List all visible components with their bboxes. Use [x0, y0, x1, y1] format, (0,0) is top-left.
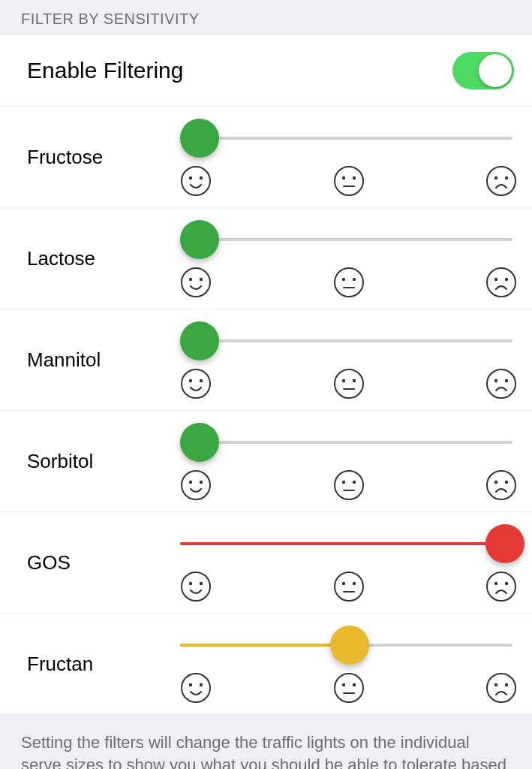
svg-point-4 [341, 176, 344, 179]
slider-track [180, 238, 512, 241]
svg-point-15 [352, 278, 355, 281]
face-row [180, 469, 518, 501]
happy-face-icon [180, 165, 212, 197]
sad-face-icon [485, 368, 517, 400]
svg-point-59 [505, 683, 508, 686]
sensitivity-slider[interactable] [180, 219, 518, 261]
svg-point-20 [182, 369, 210, 398]
svg-point-5 [352, 176, 355, 179]
svg-point-11 [189, 278, 192, 281]
slider-fill [180, 644, 350, 647]
svg-point-34 [341, 481, 344, 484]
footer-text: Setting the filters will change the traf… [21, 731, 514, 769]
svg-point-10 [182, 268, 210, 297]
svg-point-49 [505, 582, 508, 585]
filter-row: Sorbitol [0, 411, 532, 512]
svg-point-14 [341, 278, 344, 281]
slider-thumb[interactable] [180, 220, 219, 259]
filter-label: GOS [27, 551, 180, 574]
slider-thumb[interactable] [180, 423, 219, 462]
svg-point-18 [494, 278, 497, 281]
slider-thumb[interactable] [180, 119, 219, 158]
happy-face-icon [180, 267, 212, 298]
svg-point-23 [335, 369, 363, 398]
slider-fill [180, 542, 518, 545]
slider-thumb[interactable] [330, 626, 369, 665]
slider-area [180, 117, 518, 197]
sad-face-icon [485, 267, 517, 298]
sensitivity-slider[interactable] [180, 117, 518, 159]
svg-point-29 [505, 379, 508, 382]
sad-face-icon [485, 165, 517, 197]
svg-point-35 [352, 481, 355, 484]
svg-point-12 [200, 278, 203, 281]
svg-point-55 [352, 683, 355, 686]
neutral-face-icon [333, 469, 365, 501]
svg-point-32 [200, 481, 203, 484]
svg-point-39 [505, 481, 508, 484]
filter-label: Fructan [27, 653, 180, 676]
filter-label: Mannitol [27, 348, 180, 372]
svg-point-8 [494, 176, 497, 179]
svg-point-52 [200, 683, 203, 686]
sensitivity-slider[interactable] [180, 624, 518, 666]
enable-filtering-toggle[interactable] [452, 52, 514, 89]
filter-label: Sorbitol [27, 450, 180, 473]
neutral-face-icon [333, 267, 365, 298]
slider-thumb[interactable] [180, 321, 219, 360]
svg-point-24 [341, 379, 344, 382]
happy-face-icon [180, 571, 212, 602]
happy-face-icon [180, 469, 212, 501]
neutral-face-icon [333, 368, 365, 400]
svg-point-50 [182, 674, 210, 702]
svg-point-19 [505, 278, 508, 281]
happy-face-icon [180, 672, 212, 704]
slider-thumb[interactable] [485, 524, 524, 563]
svg-point-42 [200, 582, 203, 585]
filter-row: GOS [0, 512, 532, 614]
sad-face-icon [485, 571, 517, 602]
happy-face-icon [180, 368, 212, 400]
filter-label: Fructose [27, 146, 180, 169]
svg-point-28 [494, 379, 497, 382]
svg-point-7 [487, 167, 515, 195]
svg-point-17 [487, 268, 515, 297]
svg-point-41 [189, 582, 192, 585]
neutral-face-icon [333, 571, 365, 602]
filter-label: Lactose [27, 247, 180, 270]
sensitivity-slider[interactable] [180, 523, 518, 565]
footer: Setting the filters will change the traf… [0, 715, 532, 769]
neutral-face-icon [333, 165, 365, 197]
svg-point-48 [494, 582, 497, 585]
svg-point-31 [189, 481, 192, 484]
svg-point-1 [189, 176, 192, 179]
svg-point-38 [494, 481, 497, 484]
face-row [180, 165, 518, 197]
svg-point-45 [352, 582, 355, 585]
sensitivity-slider[interactable] [180, 320, 518, 362]
svg-point-40 [182, 572, 210, 601]
svg-point-57 [487, 674, 515, 702]
enable-filtering-row: Enable Filtering [0, 35, 532, 107]
filter-row: Mannitol [0, 309, 532, 411]
svg-point-54 [341, 683, 344, 686]
svg-point-33 [335, 471, 363, 499]
svg-point-9 [505, 176, 508, 179]
enable-filtering-label: Enable Filtering [27, 58, 183, 83]
filter-row: Fructose [0, 107, 532, 208]
svg-point-3 [335, 167, 363, 195]
slider-area [180, 320, 518, 400]
face-row [180, 571, 518, 602]
slider-track [180, 441, 512, 444]
slider-track [180, 339, 512, 342]
svg-point-22 [200, 379, 203, 382]
face-row [180, 267, 518, 298]
sensitivity-slider[interactable] [180, 421, 518, 463]
svg-point-47 [487, 572, 515, 601]
slider-area [180, 219, 518, 298]
sad-face-icon [485, 672, 517, 704]
svg-point-21 [189, 379, 192, 382]
svg-point-13 [335, 268, 363, 297]
neutral-face-icon [333, 672, 365, 704]
slider-area [180, 421, 518, 501]
